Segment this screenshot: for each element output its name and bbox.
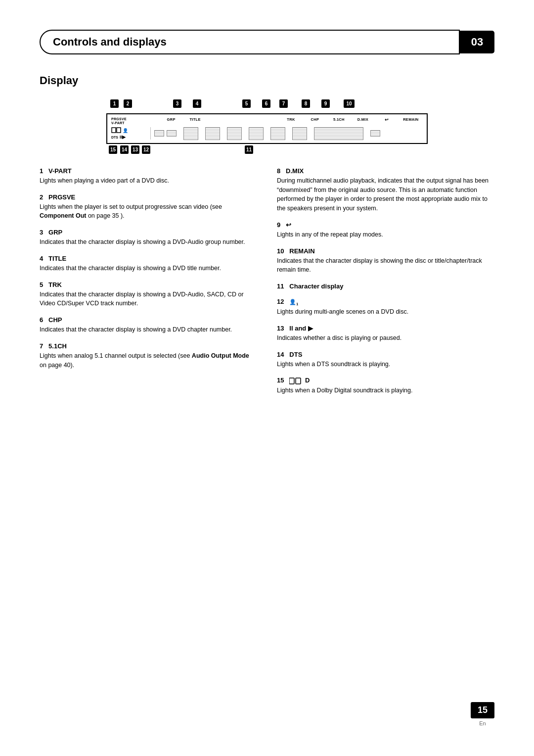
item-13: 13 II and ▶ Indicates whether a disc is … bbox=[277, 325, 494, 343]
item-6-text: Indicates that the character display is … bbox=[40, 325, 257, 334]
item-13-number: 13 bbox=[277, 325, 284, 332]
item-9-title: 9 ↩ bbox=[277, 221, 494, 229]
item-4-label: TITLE bbox=[48, 255, 66, 262]
dolby-icon bbox=[289, 378, 303, 384]
seg-1 bbox=[154, 130, 164, 137]
badge-13: 13 bbox=[131, 145, 139, 154]
lcd-icon-row-2: DTS II▶ bbox=[111, 135, 148, 140]
item-14: 14 DTS Lights when a DTS soundtrack is p… bbox=[277, 351, 494, 369]
badge-15: 15 bbox=[109, 145, 117, 154]
item-12-text: Lights during multi-angle scenes on a DV… bbox=[277, 307, 494, 317]
column-right: 8 D.MIX During multichannel audio playba… bbox=[277, 167, 494, 403]
lcd-lbl-51ch: 5.1CH bbox=[327, 117, 351, 126]
item-12: 12 👤1 Lights during multi-angle scenes o… bbox=[277, 298, 494, 317]
item-7-label: 5.1CH bbox=[48, 342, 67, 350]
lcd-lbl-title: TITLE bbox=[183, 117, 207, 126]
seg-5 bbox=[227, 127, 242, 140]
item-11-number: 11 bbox=[277, 283, 284, 290]
lcd-body: 👤 DTS II▶ bbox=[111, 127, 423, 140]
lcd-lbl-prgsve-vpart: PRGSVEV-PART bbox=[111, 117, 159, 126]
item-6-number: 6 bbox=[40, 316, 43, 324]
component-out-ref: Component Out bbox=[40, 212, 86, 219]
badge-12: 12 bbox=[142, 145, 150, 154]
footer-language: En bbox=[471, 720, 494, 726]
item-2-title: 2 PRGSVE bbox=[40, 193, 257, 201]
item-7: 7 5.1CH Lights when analog 5.1 channel o… bbox=[40, 342, 257, 370]
header-section: Controls and displays 03 bbox=[40, 30, 494, 54]
lcd-lbl-trk: TRK bbox=[279, 117, 303, 126]
item-15: 15 D Lights when a Dolby Digital soundtr… bbox=[277, 377, 494, 395]
item-9-label: ↩ bbox=[286, 221, 291, 229]
item-2-text: Lights when the player is set to output … bbox=[40, 202, 257, 221]
item-4-number: 4 bbox=[40, 255, 43, 262]
item-13-label: II and ▶ bbox=[289, 325, 313, 332]
item-15-label: D bbox=[289, 377, 310, 384]
item-11: 11 Character display bbox=[277, 283, 494, 290]
bottom-number-row: 15 14 13 12 11 bbox=[106, 145, 428, 157]
badge-5: 5 bbox=[242, 99, 251, 108]
lcd-lbl-dmix: D.MIX bbox=[351, 117, 375, 126]
item-2: 2 PRGSVE Lights when the player is set t… bbox=[40, 193, 257, 221]
item-1-text: Lights when playing a video part of a DV… bbox=[40, 176, 257, 186]
box-svg bbox=[111, 127, 121, 133]
item-10-title: 10 REMAIN bbox=[277, 247, 494, 255]
item-11-title: 11 Character display bbox=[277, 283, 494, 290]
item-15-title: 15 D bbox=[277, 377, 494, 384]
svg-rect-2 bbox=[289, 378, 294, 384]
lcd-lbl-chp: CHP bbox=[303, 117, 327, 126]
lcd-play-pause-icon: II▶ bbox=[120, 135, 126, 140]
item-7-title: 7 5.1CH bbox=[40, 342, 257, 350]
item-8-label: D.MIX bbox=[286, 167, 304, 175]
badge-14: 14 bbox=[120, 145, 129, 154]
chapter-title: Controls and displays bbox=[40, 30, 460, 54]
badge-7: 7 bbox=[279, 99, 288, 108]
item-9-text: Lights in any of the repeat play modes. bbox=[277, 230, 494, 239]
svg-rect-3 bbox=[296, 378, 301, 384]
badge-9: 9 bbox=[321, 99, 330, 108]
lcd-person-icon: 👤 bbox=[123, 128, 128, 133]
item-8-number: 8 bbox=[277, 167, 280, 175]
badge-2: 2 bbox=[124, 99, 132, 108]
item-1-title: 1 V-PART bbox=[40, 167, 257, 175]
seg-7 bbox=[270, 127, 285, 140]
item-14-text: Lights when a DTS soundtrack is playing. bbox=[277, 360, 494, 369]
seg-6 bbox=[249, 127, 264, 140]
content-columns: 1 V-PART Lights when playing a video par… bbox=[40, 167, 494, 403]
badge-8: 8 bbox=[302, 99, 310, 108]
item-8-title: 8 D.MIX bbox=[277, 167, 494, 175]
item-6: 6 CHP Indicates that the character displ… bbox=[40, 316, 257, 334]
lcd-icon-row-1: 👤 bbox=[111, 127, 148, 134]
item-14-label: DTS bbox=[289, 351, 302, 358]
item-3: 3 GRP Indicates that the character displ… bbox=[40, 229, 257, 247]
item-5-label: TRK bbox=[48, 281, 62, 288]
item-1-number: 1 bbox=[40, 167, 43, 175]
item-3-text: Indicates that the character display is … bbox=[40, 237, 257, 247]
item-4-title: 4 TITLE bbox=[40, 255, 257, 262]
item-7-number: 7 bbox=[40, 342, 43, 350]
seg-9 bbox=[370, 130, 380, 137]
item-3-title: 3 GRP bbox=[40, 229, 257, 236]
section-title: Display bbox=[40, 74, 494, 87]
item-6-label: CHP bbox=[48, 316, 62, 324]
footer: 15 En bbox=[471, 702, 494, 726]
item-7-text: Lights when analog 5.1 channel output is… bbox=[40, 351, 257, 370]
item-12-number: 12 bbox=[277, 298, 284, 305]
item-10-label: REMAIN bbox=[289, 247, 314, 255]
badge-4: 4 bbox=[193, 99, 201, 108]
seg-2 bbox=[167, 130, 177, 137]
lcd-box-icon bbox=[111, 127, 121, 134]
item-15-text: Lights when a Dolby Digital soundtrack i… bbox=[277, 386, 494, 395]
item-15-number: 15 bbox=[277, 377, 284, 384]
item-10-number: 10 bbox=[277, 247, 284, 255]
seg-8 bbox=[292, 127, 307, 140]
item-12-title: 12 👤1 bbox=[277, 298, 494, 306]
svg-rect-0 bbox=[112, 128, 116, 133]
item-8-text: During multichannel audio playback, indi… bbox=[277, 176, 494, 213]
top-number-row: 1 2 3 4 5 6 7 8 9 10 bbox=[106, 99, 428, 112]
item-5-title: 5 TRK bbox=[40, 281, 257, 288]
item-2-label: PRGSVE bbox=[48, 193, 75, 201]
item-5-text: Indicates that the character display is … bbox=[40, 290, 257, 309]
item-5-number: 5 bbox=[40, 281, 43, 288]
item-6-title: 6 CHP bbox=[40, 316, 257, 324]
seg-character-display bbox=[314, 127, 363, 140]
